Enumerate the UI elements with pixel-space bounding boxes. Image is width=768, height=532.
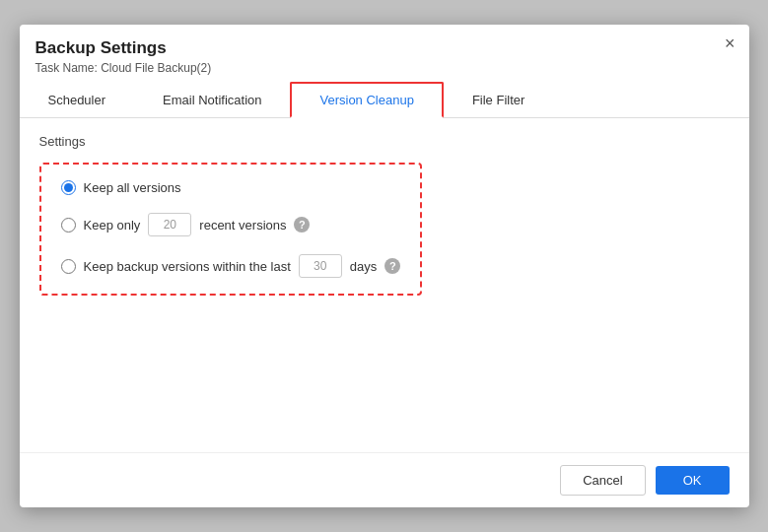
help-icon-days[interactable]: ?: [384, 258, 400, 274]
tab-content-version-cleanup: Settings Keep all versions Keep only rec…: [20, 118, 749, 452]
close-button[interactable]: ×: [725, 34, 735, 52]
option-row-keep-days: Keep backup versions within the last day…: [61, 254, 401, 278]
tab-version-cleanup[interactable]: Version Cleanup: [290, 82, 443, 118]
tab-file-filter[interactable]: File Filter: [444, 82, 553, 118]
option-row-keep-only: Keep only recent versions ?: [61, 213, 401, 236]
label-keep-days-after: days: [350, 259, 377, 274]
label-keep-only-before: Keep only: [84, 218, 141, 233]
dialog-subtitle: Task Name: Cloud File Backup(2): [35, 61, 733, 75]
dialog-footer: Cancel OK: [20, 452, 749, 507]
radio-keep-all[interactable]: [61, 180, 76, 195]
tab-bar: Scheduler Email Notification Version Cle…: [20, 81, 749, 118]
tab-email-notification[interactable]: Email Notification: [134, 82, 290, 118]
ok-button[interactable]: OK: [656, 466, 730, 495]
tab-scheduler[interactable]: Scheduler: [20, 82, 135, 118]
keep-days-input[interactable]: [299, 254, 342, 278]
label-keep-only-after: recent versions: [199, 218, 286, 233]
option-row-keep-all: Keep all versions: [61, 180, 401, 195]
label-keep-all: Keep all versions: [84, 180, 181, 195]
dialog-title: Backup Settings: [35, 38, 733, 58]
cancel-button[interactable]: Cancel: [560, 465, 645, 496]
keep-only-input[interactable]: [148, 213, 191, 236]
radio-keep-only[interactable]: [61, 218, 76, 233]
label-keep-days-before: Keep backup versions within the last: [84, 259, 291, 274]
help-icon-recent[interactable]: ?: [294, 217, 310, 233]
section-title: Settings: [39, 134, 730, 149]
radio-keep-days[interactable]: [61, 259, 76, 274]
settings-options-box: Keep all versions Keep only recent versi…: [39, 163, 423, 296]
dialog-header: Backup Settings Task Name: Cloud File Ba…: [20, 25, 749, 81]
backup-settings-dialog: Backup Settings Task Name: Cloud File Ba…: [20, 25, 749, 507]
